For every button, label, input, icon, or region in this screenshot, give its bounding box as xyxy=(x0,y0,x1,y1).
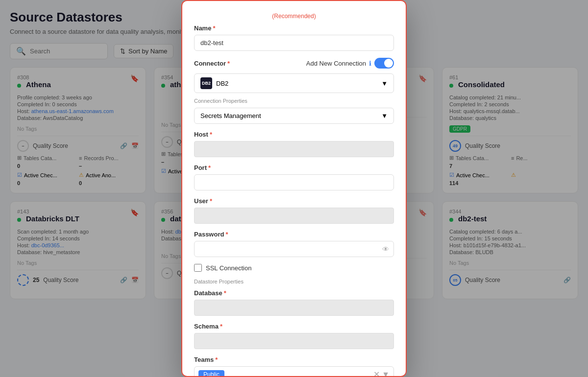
connector-select[interactable]: DB2 DB2 ▼ xyxy=(194,73,394,93)
password-field-wrapper: 👁 xyxy=(194,241,394,257)
port-label: Port* xyxy=(194,164,394,171)
connector-required: * xyxy=(227,60,230,67)
clear-icon[interactable]: ✕ xyxy=(373,370,380,377)
secrets-value: Secrets Management xyxy=(200,112,261,119)
name-input[interactable] xyxy=(194,35,394,51)
schema-input[interactable] xyxy=(194,333,394,349)
host-input[interactable] xyxy=(194,141,394,157)
modal: (Recommended) Name * Connector * Add New… xyxy=(181,0,407,377)
modal-overlay: (Recommended) Name * Connector * Add New… xyxy=(0,0,588,377)
datastore-properties-label: Datastore Properties xyxy=(194,279,394,284)
schema-label: Schema* xyxy=(194,323,394,330)
teams-label: Teams* xyxy=(194,356,394,363)
host-label: Host* xyxy=(194,131,394,138)
user-input[interactable] xyxy=(194,208,394,224)
modal-recommended: (Recommended) xyxy=(194,13,394,20)
name-label: Name * xyxy=(194,24,394,32)
chevron-down-icon[interactable]: ▼ xyxy=(382,370,390,377)
port-input[interactable] xyxy=(194,174,394,190)
password-label: Password* xyxy=(194,231,394,238)
name-required: * xyxy=(213,24,215,32)
add-connection-label: Add New Connection xyxy=(306,60,366,67)
add-connection-toggle[interactable] xyxy=(374,58,394,69)
teams-input-wrapper[interactable]: Public ✕ ▼ xyxy=(194,366,394,377)
connector-row: Connector * Add New Connection ℹ xyxy=(194,58,394,69)
info-icon: ℹ xyxy=(369,60,371,67)
chevron-down-icon: ▼ xyxy=(381,80,388,87)
ssl-label: SSL Connection xyxy=(206,264,251,272)
db2-icon: DB2 xyxy=(200,77,212,89)
connector-label: Connector * xyxy=(194,60,230,67)
connector-value: DB2 xyxy=(216,80,228,87)
chevron-down-icon: ▼ xyxy=(381,112,388,119)
connection-properties-label: Connection Properties xyxy=(194,98,394,104)
database-input[interactable] xyxy=(194,300,394,316)
public-badge: Public xyxy=(198,370,224,377)
ssl-row: SSL Connection xyxy=(194,264,394,272)
add-connection-toggle-row: Add New Connection ℹ xyxy=(306,58,394,69)
password-input[interactable] xyxy=(194,241,394,257)
secrets-select[interactable]: Secrets Management ▼ xyxy=(194,108,394,124)
ssl-checkbox[interactable] xyxy=(194,264,202,272)
user-label: User* xyxy=(194,197,394,205)
eye-icon[interactable]: 👁 xyxy=(382,245,389,253)
database-label: Database* xyxy=(194,289,394,297)
